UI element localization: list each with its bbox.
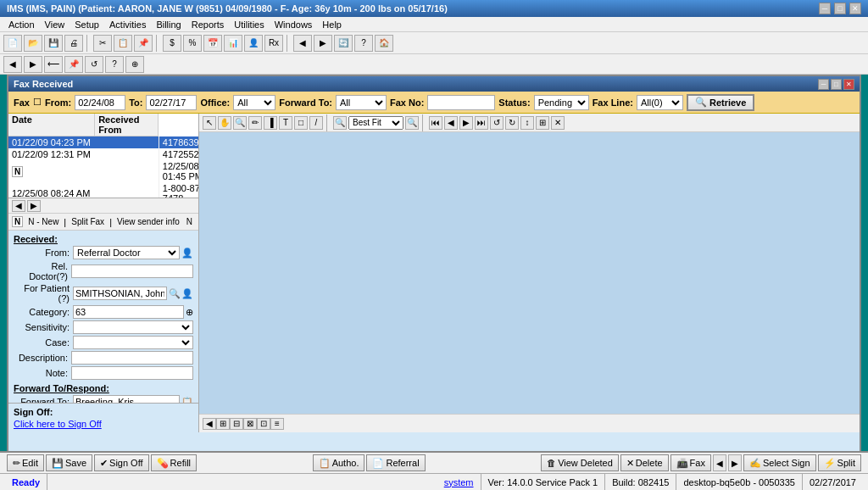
category-input[interactable] (73, 305, 184, 319)
retrieve-button[interactable]: 🔍 Retrieve (687, 94, 754, 111)
tb-chart-btn[interactable]: 📊 (224, 35, 242, 52)
menu-help[interactable]: Help (317, 19, 347, 31)
select-sign-button[interactable]: ✍ Select Sign (743, 454, 816, 471)
viewer-last-btn[interactable]: ⏭ (475, 116, 488, 130)
tb2-help2-btn[interactable]: ? (105, 56, 124, 73)
tb2-nav-btn[interactable]: ⟵ (44, 56, 63, 73)
menu-activities[interactable]: Activities (104, 19, 151, 31)
tb-cut-btn[interactable]: ✂ (93, 35, 112, 52)
split-button[interactable]: ⚡ Split (818, 454, 861, 471)
autho-button[interactable]: 📋 Autho. (313, 454, 365, 471)
view-sender-btn[interactable]: View sender info (115, 217, 181, 226)
sign-off-button[interactable]: ✔ Sign Off (94, 454, 149, 471)
tb-forward-btn[interactable]: ▶ (314, 35, 332, 52)
table-row[interactable]: 12/25/08 08:24 AM 1-800-877-7478 (8, 182, 198, 198)
tb2-back-btn[interactable]: ◀ (3, 56, 22, 73)
case-select[interactable] (73, 336, 193, 349)
filter-checkbox-icon[interactable]: ☐ (33, 97, 42, 108)
tb2-refresh2-btn[interactable]: ↺ (85, 56, 103, 73)
viewer-scroll-icon2[interactable]: ⊟ (230, 418, 243, 430)
forward-to-btn[interactable]: 📋 (181, 397, 193, 404)
menu-setup[interactable]: Setup (70, 19, 104, 31)
menu-action[interactable]: Action (3, 19, 40, 31)
split-fax-btn[interactable]: Split Fax (70, 217, 106, 226)
to-date-input[interactable] (146, 95, 197, 110)
view-deleted-button[interactable]: 🗑 View Deleted (541, 454, 619, 471)
viewer-marker-btn[interactable]: ▐ (264, 116, 277, 130)
viewer-scroll-icon3[interactable]: ⊠ (243, 418, 257, 430)
table-row[interactable]: N 12/25/08 01:45 PM (8, 160, 198, 182)
tb2-stop-btn[interactable]: ⊕ (125, 56, 144, 73)
sign-off-link[interactable]: Click here to Sign Off (14, 419, 102, 429)
tb-paste-btn[interactable]: 📌 (134, 35, 153, 52)
fax-close-btn[interactable]: ✕ (843, 79, 854, 90)
delete-button[interactable]: ✕ Delete (620, 454, 669, 471)
fax-min-btn[interactable]: ─ (818, 79, 829, 90)
viewer-shape-btn[interactable]: □ (294, 116, 308, 130)
viewer-next-btn[interactable]: ▶ (459, 116, 473, 130)
tb2-forward-btn[interactable]: ▶ (24, 56, 42, 73)
from-select[interactable]: Referral Doctor (73, 246, 180, 259)
viewer-line-btn[interactable]: / (309, 116, 323, 130)
status-user[interactable]: system (444, 477, 474, 487)
patient-icon-btn[interactable]: 👤 (181, 288, 193, 299)
tb-copy-btn[interactable]: 📋 (114, 35, 132, 52)
viewer-cursor-btn[interactable]: ↖ (203, 116, 216, 130)
viewer-text-btn[interactable]: T (279, 116, 292, 130)
tb-dollar-btn[interactable]: $ (163, 35, 181, 52)
menu-utilities[interactable]: Utilities (229, 19, 269, 31)
viewer-rotate-btn[interactable]: ↺ (490, 116, 504, 130)
save-button[interactable]: 💾 Save (46, 454, 92, 471)
menu-windows[interactable]: Windows (270, 19, 318, 31)
maximize-btn[interactable]: □ (834, 3, 846, 14)
tb-refresh-btn[interactable]: 🔄 (334, 35, 353, 52)
table-row[interactable]: 01/22/09 04:23 PM 4178639381 (8, 136, 198, 148)
table-row[interactable]: 01/22/09 12:31 PM 4172552720 (8, 148, 198, 160)
zoom-select[interactable]: Best Fit 100% 75% 50% (348, 116, 403, 130)
refill-button[interactable]: 💊 Refill (151, 454, 197, 471)
description-input[interactable] (71, 351, 193, 365)
viewer-rotate2-btn[interactable]: ↻ (505, 116, 519, 130)
tb-user-btn[interactable]: 👤 (244, 35, 263, 52)
close-btn[interactable]: ✕ (849, 3, 861, 14)
referral-button[interactable]: 📄 Referral (366, 454, 425, 471)
tb-new-btn[interactable]: 📄 (3, 35, 22, 52)
viewer-grid-btn[interactable]: ⊞ (536, 116, 549, 130)
status-select[interactable]: Pending (534, 95, 589, 110)
ctx-n-btn[interactable]: N (185, 217, 194, 226)
fax-max-btn[interactable]: □ (831, 79, 842, 90)
list-scroll-right[interactable]: ▶ (27, 200, 41, 212)
menu-view[interactable]: View (40, 19, 70, 31)
tb-rx-btn[interactable]: Rx (264, 35, 283, 52)
note-input[interactable] (71, 366, 193, 380)
menu-billing[interactable]: Billing (151, 19, 186, 31)
tb-help-btn[interactable]: ? (354, 35, 373, 52)
viewer-delete-btn[interactable]: ✕ (551, 116, 565, 130)
viewer-first-btn[interactable]: ⏮ (429, 116, 442, 130)
viewer-scroll-left[interactable]: ◀ (203, 418, 216, 430)
office-select[interactable]: All (233, 95, 275, 110)
viewer-scroll-icon1[interactable]: ⊞ (216, 418, 230, 430)
viewer-scroll-icon4[interactable]: ⊡ (257, 418, 270, 430)
fax-button[interactable]: 📠 Fax (670, 454, 711, 471)
rel-doctor-input[interactable] (71, 264, 193, 278)
forward-to-input[interactable] (73, 395, 180, 403)
fax-nav-next[interactable]: ▶ (728, 454, 742, 471)
viewer-zoomout-btn[interactable]: 🔍 (405, 116, 419, 130)
tb-home-btn[interactable]: 🏠 (375, 35, 393, 52)
list-scroll-left[interactable]: ◀ (12, 200, 25, 212)
viewer-pan-btn[interactable]: ✋ (218, 116, 231, 130)
sensitivity-select[interactable] (73, 320, 193, 334)
viewer-flip-btn[interactable]: ↕ (520, 116, 534, 130)
viewer-scroll-icon5[interactable]: ≡ (270, 418, 284, 430)
category-btn[interactable]: ⊕ (186, 307, 193, 318)
tb-back-btn[interactable]: ◀ (293, 35, 312, 52)
patient-input[interactable] (73, 287, 167, 300)
new-btn[interactable]: N - New (26, 217, 60, 226)
tb-open-btn[interactable]: 📂 (24, 35, 42, 52)
tb-print-btn[interactable]: 🖨 (64, 35, 83, 52)
fax-no-input[interactable] (427, 95, 495, 110)
viewer-prev-btn[interactable]: ◀ (444, 116, 458, 130)
menu-reports[interactable]: Reports (186, 19, 230, 31)
fax-list[interactable]: Date Received From 01/22/09 04:23 PM 417… (8, 114, 198, 198)
